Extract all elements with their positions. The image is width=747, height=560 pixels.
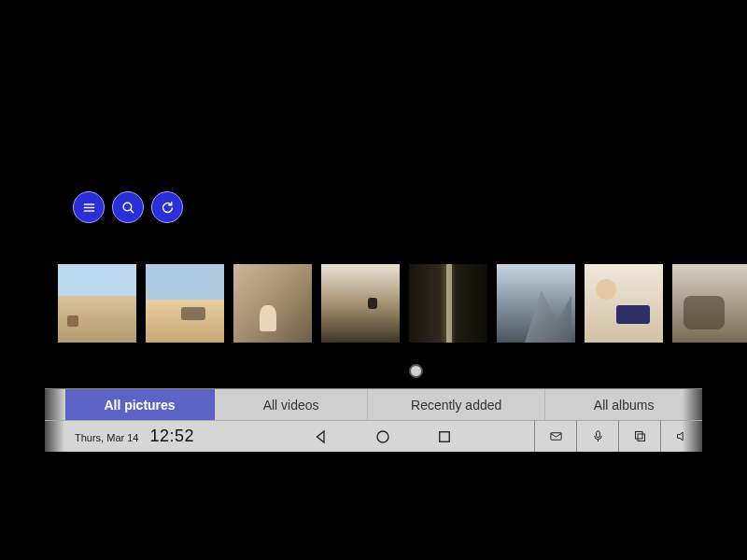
photo-forest-sunlight[interactable] [409, 264, 487, 343]
microphone-button[interactable] [577, 421, 619, 452]
tab-label: All albums [594, 398, 655, 413]
tab-all-pictures[interactable]: All pictures [65, 389, 215, 420]
search-button[interactable] [112, 191, 144, 223]
status-datetime: Thurs, Mar 14 12:52 [45, 427, 232, 446]
photo-kids-tablet[interactable] [585, 264, 663, 343]
copy-icon [633, 429, 647, 443]
volume-icon [675, 429, 689, 443]
photo-cliff-edge[interactable] [321, 264, 400, 343]
svg-point-6 [377, 431, 388, 442]
gallery-screen: All picturesAll videosRecently addedAll … [0, 0, 747, 560]
svg-point-3 [123, 203, 132, 211]
mail-icon [549, 429, 563, 443]
photo-mountain[interactable] [497, 264, 575, 343]
mail-button[interactable] [535, 421, 577, 452]
status-date: Thurs, Mar 14 [75, 432, 138, 443]
photo-beach-canopy[interactable] [58, 264, 136, 343]
system-tray [534, 421, 702, 452]
tab-label: All videos [263, 398, 319, 413]
search-icon [120, 200, 136, 216]
photo-beach-family[interactable] [146, 264, 224, 343]
tab-recently-added[interactable]: Recently added [368, 389, 545, 420]
refresh-icon [160, 200, 176, 216]
tab-label: Recently added [411, 398, 501, 413]
copy-button[interactable] [619, 421, 661, 452]
tab-all-videos[interactable]: All videos [215, 389, 368, 420]
home-button[interactable] [374, 428, 391, 445]
back-button[interactable] [313, 428, 330, 445]
thumbnail-strip[interactable] [58, 264, 747, 343]
photo-rock-sitting[interactable] [233, 264, 312, 343]
svg-rect-11 [638, 434, 645, 441]
status-time: 12:52 [149, 427, 194, 446]
svg-rect-8 [550, 433, 560, 441]
svg-rect-9 [596, 431, 599, 438]
svg-line-4 [130, 209, 134, 213]
svg-marker-13 [677, 432, 683, 441]
tab-all-albums[interactable]: All albums [545, 389, 702, 420]
fab-row [73, 191, 183, 223]
home-icon [374, 428, 391, 445]
back-icon [313, 428, 330, 445]
volume-button[interactable] [661, 421, 702, 452]
recent-apps-icon [436, 428, 453, 445]
menu-icon [81, 200, 97, 216]
svg-marker-5 [317, 431, 325, 442]
refresh-button[interactable] [151, 191, 183, 223]
svg-rect-12 [635, 432, 642, 440]
system-statusbar: Thurs, Mar 14 12:52 [45, 420, 702, 452]
photo-group[interactable] [672, 264, 747, 343]
nav-button-row [232, 428, 534, 445]
svg-rect-7 [440, 431, 450, 441]
page-indicator-dot[interactable] [409, 364, 423, 378]
category-tabbar: All picturesAll videosRecently addedAll … [45, 388, 702, 420]
tab-label: All pictures [104, 398, 175, 413]
menu-button[interactable] [73, 191, 105, 223]
microphone-icon [591, 429, 605, 443]
recent-apps-button[interactable] [436, 428, 453, 445]
